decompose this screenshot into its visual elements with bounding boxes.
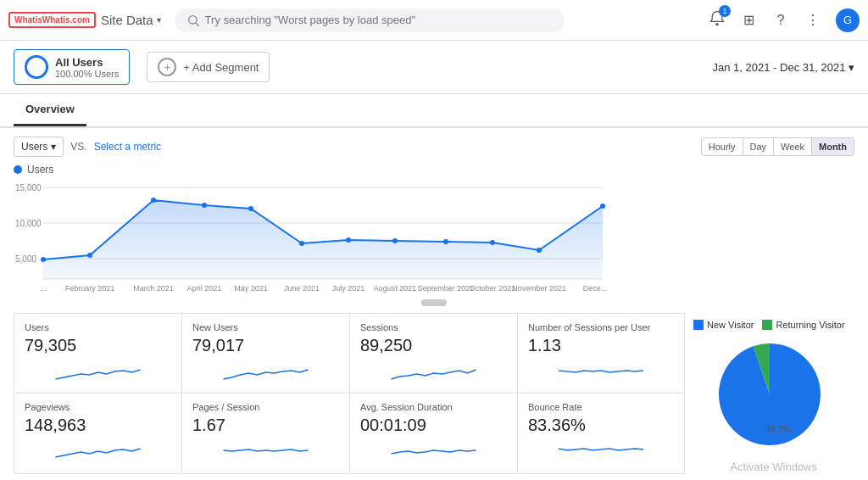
svg-text:April 2021: April 2021 [187, 284, 222, 293]
header-icons: 1 ⊞ ? ⋮ G [709, 8, 860, 32]
tabs-bar: Overview [0, 94, 868, 128]
search-input[interactable] [205, 14, 553, 26]
chevron-down-icon: ▾ [849, 61, 854, 74]
stat-value-sessions-per-user: 1.13 [528, 336, 674, 355]
chart-scroll-handle[interactable] [421, 299, 447, 306]
mini-chart-avg-duration [360, 438, 507, 462]
svg-text:February 2021: February 2021 [65, 284, 115, 293]
time-btn-month[interactable]: Month [812, 138, 854, 155]
pie-legend-new: New Visitor [693, 320, 754, 330]
mini-chart-sessions-per-user [528, 359, 674, 382]
grid-icon[interactable]: ⊞ [739, 11, 758, 30]
stat-label-avg-duration: Avg. Session Duration [360, 402, 507, 412]
svg-text:September 2021: September 2021 [418, 284, 475, 293]
stats-row-2: Pageviews 148,963 Pages / Session 1.67 A… [14, 393, 685, 474]
account-icon[interactable]: G [836, 8, 860, 32]
mini-chart-new-users [192, 359, 339, 382]
legend-dot [14, 165, 22, 174]
pie-legend-color-new [693, 320, 704, 330]
stat-label-sessions: Sessions [360, 322, 507, 332]
pie-section: New Visitor Returning Visitor [685, 313, 854, 474]
stat-value-new-users: 79,017 [192, 336, 339, 355]
line-chart: 15,000 10,000 5,000 [14, 179, 854, 306]
tab-overview[interactable]: Overview [14, 94, 86, 126]
svg-point-22 [600, 204, 605, 209]
stat-pages-session: Pages / Session 1.67 [181, 393, 349, 474]
stat-users: Users 79,305 [14, 313, 181, 393]
mini-chart-users [25, 359, 171, 382]
mini-chart-pages-session [192, 438, 339, 462]
chart-svg: 15,000 10,000 5,000 [14, 179, 607, 298]
select-metric-link[interactable]: Select a metric [94, 141, 161, 153]
stat-sessions: Sessions 89,250 [349, 313, 517, 393]
svg-text:August 2021: August 2021 [374, 284, 417, 293]
time-btn-hourly[interactable]: Hourly [702, 138, 743, 155]
svg-text:July 2021: July 2021 [332, 284, 365, 293]
add-segment-label: + Add Segment [183, 61, 259, 74]
pie-legend-label-returning: Returning Visitor [776, 320, 844, 330]
notification-badge: 1 [719, 5, 731, 17]
all-users-segment[interactable]: All Users 100.00% Users [14, 49, 130, 85]
add-segment-button[interactable]: + + Add Segment [147, 52, 270, 82]
stat-value-pages-session: 1.67 [192, 416, 339, 435]
svg-point-17 [346, 237, 351, 243]
logo: WhatisWhatis.com [8, 12, 96, 28]
app-header: WhatisWhatis.com Site Data ▾ 1 ⊞ ? ⋮ G [0, 0, 868, 41]
stat-value-users: 79,305 [25, 336, 171, 355]
stat-label-pages-session: Pages / Session [192, 402, 339, 412]
vs-label: VS. [70, 141, 86, 153]
stat-label-pageviews: Pageviews [25, 402, 171, 412]
stat-value-pageviews: 148,963 [25, 416, 171, 435]
svg-line-1 [196, 23, 199, 26]
segment-label: All Users [55, 56, 119, 69]
svg-marker-10 [43, 200, 603, 279]
pie-legend: New Visitor Returning Visitor [693, 320, 846, 330]
time-btn-week[interactable]: Week [774, 138, 812, 155]
chart-controls: Users ▾ VS. Select a metric Hourly Day W… [14, 137, 854, 157]
legend-label: Users [27, 164, 53, 176]
time-range-buttons: Hourly Day Week Month [701, 137, 854, 156]
pie-legend-returning: Returning Visitor [762, 320, 844, 330]
stats-grid: Users 79,305 New Users 79,017 Sessions 8… [14, 313, 685, 474]
svg-point-21 [537, 248, 542, 253]
chart-area: Users ▾ VS. Select a metric Hourly Day W… [0, 128, 868, 306]
search-bar[interactable] [175, 8, 565, 32]
stat-avg-duration: Avg. Session Duration 00:01:09 [349, 393, 517, 474]
stat-value-avg-duration: 00:01:09 [360, 416, 507, 435]
notification-button[interactable]: 1 [709, 10, 726, 30]
svg-text:15,000: 15,000 [15, 183, 42, 193]
svg-point-15 [248, 206, 253, 211]
mini-chart-pageviews [25, 438, 171, 462]
svg-text:March 2021: March 2021 [133, 284, 174, 293]
stat-label-new-users: New Users [192, 322, 339, 332]
pie-legend-label-new: New Visitor [707, 320, 754, 330]
svg-text:...: ... [40, 284, 47, 293]
segment-circle [25, 55, 48, 79]
svg-point-19 [443, 239, 448, 244]
chevron-down-icon: ▾ [157, 15, 161, 25]
more-icon[interactable]: ⋮ [804, 11, 822, 30]
svg-point-20 [490, 240, 495, 245]
svg-point-13 [151, 198, 156, 203]
segment-left: All Users 100.00% Users + + Add Segment [14, 49, 270, 85]
help-icon[interactable]: ? [771, 11, 790, 30]
svg-text:June 2021: June 2021 [284, 284, 320, 293]
svg-text:November 2021: November 2021 [512, 284, 566, 293]
metric-label: Users [21, 141, 47, 153]
date-range[interactable]: Jan 1, 2021 - Dec 31, 2021 ▾ [713, 61, 854, 74]
stat-pageviews: Pageviews 148,963 [14, 393, 181, 474]
svg-point-2 [715, 23, 718, 25]
time-btn-day[interactable]: Day [743, 138, 775, 155]
stat-value-sessions: 89,250 [360, 336, 507, 355]
search-icon [186, 14, 200, 27]
site-data-selector[interactable]: Site Data ▾ [101, 13, 161, 27]
svg-point-11 [41, 257, 46, 262]
metric-selector[interactable]: Users ▾ [14, 137, 64, 157]
stat-label-users: Users [25, 322, 171, 332]
segment-info: All Users 100.00% Users [55, 56, 119, 79]
stat-new-users: New Users 79,017 [181, 313, 349, 393]
chevron-down-icon: ▾ [51, 141, 56, 153]
stats-row-1: Users 79,305 New Users 79,017 Sessions 8… [14, 313, 685, 393]
svg-point-16 [299, 241, 304, 246]
site-data-label: Site Data [101, 13, 153, 27]
